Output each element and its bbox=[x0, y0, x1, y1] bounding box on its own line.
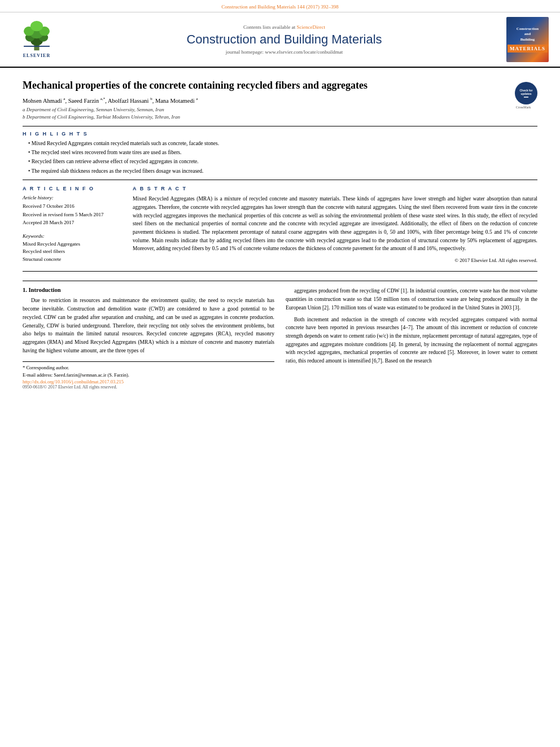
doi-link[interactable]: http://dx.doi.org/10.1016/j.conbuildmat.… bbox=[23, 379, 274, 385]
divider-3 bbox=[23, 271, 537, 272]
affiliations: a Department of Civil Engineering, Semna… bbox=[23, 106, 537, 121]
accepted-date: Accepted 28 March 2017 bbox=[23, 219, 121, 226]
abstract-section: A B S T R A C T Mixed Recycled Aggregate… bbox=[133, 186, 537, 263]
keyword-3: Structural concrete bbox=[23, 256, 121, 264]
list-item: The required slab thickness reduces as t… bbox=[28, 168, 537, 175]
keywords-section: Keywords: Mixed Recycled Aggregates Recy… bbox=[23, 233, 121, 264]
elsevier-tree-icon bbox=[17, 21, 56, 52]
crossmark-icon: Check for updates bbox=[515, 82, 537, 104]
article-title-block: Mechanical properties of the concrete co… bbox=[23, 79, 537, 92]
keyword-2: Recycled steel fibers bbox=[23, 248, 121, 256]
svg-text:updates: updates bbox=[520, 92, 531, 95]
journal-reference: Construction and Building Materials 144 … bbox=[221, 4, 338, 10]
abstract-text: Mixed Recycled Aggregates (MRA) is a mix… bbox=[133, 195, 537, 253]
list-item: The recycled steel wires recovered from … bbox=[28, 149, 537, 156]
elsevier-wordmark: ELSEVIER bbox=[23, 53, 50, 58]
intro-para-1: Due to restriction in resources and main… bbox=[23, 296, 274, 355]
svg-point-7 bbox=[30, 21, 43, 31]
keywords-title: Keywords: bbox=[23, 233, 121, 239]
journal-homepage: journal homepage: www.elsevier.com/locat… bbox=[68, 49, 501, 55]
intro-para-right-2: Both increment and reduction in the stre… bbox=[286, 316, 537, 365]
introduction-section: 1. Introduction Due to restriction in re… bbox=[23, 281, 537, 390]
license-text: 0950-0618/© 2017 Elsevier Ltd. All right… bbox=[23, 385, 274, 390]
footnote-section: * Corresponding author. E-mail address: … bbox=[23, 361, 274, 390]
journal-center: Contents lists available at ScienceDirec… bbox=[68, 24, 501, 55]
elsevier-logo: ELSEVIER bbox=[11, 21, 62, 58]
article-history-title: Article history: bbox=[23, 195, 121, 200]
highlights-list: Mixed Recycled Aggregates contain recycl… bbox=[23, 140, 537, 175]
section-heading: 1. Introduction bbox=[23, 287, 274, 293]
article-body: A R T I C L E I N F O Article history: R… bbox=[23, 186, 537, 263]
intro-body-left: Due to restriction in resources and main… bbox=[23, 296, 274, 355]
highlights-title: H I G H L I G H T S bbox=[23, 131, 537, 137]
sciencedirect-link[interactable]: ScienceDirect bbox=[297, 24, 325, 30]
revised-date: Received in revised form 5 March 2017 bbox=[23, 211, 121, 219]
article-title: Mechanical properties of the concrete co… bbox=[23, 79, 537, 92]
footnote-email: E-mail address: Saeed.farzin@semnan.ac.i… bbox=[23, 372, 274, 379]
cover-title-line1: Construction and Building bbox=[517, 27, 539, 42]
svg-rect-8 bbox=[24, 46, 50, 47]
two-column-layout: 1. Introduction Due to restriction in re… bbox=[23, 287, 537, 390]
journal-title: Construction and Building Materials bbox=[68, 32, 501, 47]
article-info: A R T I C L E I N F O Article history: R… bbox=[23, 186, 121, 263]
affiliation-b: b Department of Civil Engineering, Tarbi… bbox=[23, 113, 537, 121]
authors-line: Mohsen Ahmadi a, Saeed Farzin a,*, Abolf… bbox=[23, 97, 537, 104]
journal-reference-bar: Construction and Building Materials 144 … bbox=[0, 0, 560, 12]
left-column: 1. Introduction Due to restriction in re… bbox=[23, 287, 274, 390]
abstract-title: A B S T R A C T bbox=[133, 186, 537, 191]
intro-body-right: aggregates produced from the recycling o… bbox=[286, 287, 537, 365]
divider-1 bbox=[23, 126, 537, 126]
section-number: 1. bbox=[23, 287, 27, 293]
keyword-1: Mixed Recycled Aggregates bbox=[23, 241, 121, 248]
affiliation-a: a Department of Civil Engineering, Semna… bbox=[23, 106, 537, 114]
received-date: Received 7 October 2016 bbox=[23, 203, 121, 210]
list-item: Recycled fibers can retrieve adverse eff… bbox=[28, 158, 537, 165]
journal-cover-image: Construction and Building MATERIALS bbox=[506, 17, 549, 62]
divider-2 bbox=[23, 180, 537, 180]
right-column: aggregates produced from the recycling o… bbox=[286, 287, 537, 390]
sciencedirect-line: Contents lists available at ScienceDirec… bbox=[68, 24, 501, 30]
section-title: Introduction bbox=[29, 287, 61, 293]
journal-header: ELSEVIER Contents lists available at Sci… bbox=[0, 12, 560, 68]
intro-para-right-1: aggregates produced from the recycling o… bbox=[286, 287, 537, 312]
article-info-title: A R T I C L E I N F O bbox=[23, 186, 121, 191]
copyright-notice: © 2017 Elsevier Ltd. All rights reserved… bbox=[133, 257, 537, 263]
footnote-corresponding: * Corresponding author. bbox=[23, 364, 274, 372]
crossmark-label: CrossMark bbox=[509, 106, 537, 109]
main-content: Mechanical properties of the concrete co… bbox=[0, 68, 560, 401]
highlights-section: H I G H L I G H T S Mixed Recycled Aggre… bbox=[23, 131, 537, 175]
list-item: Mixed Recycled Aggregates contain recycl… bbox=[28, 140, 537, 147]
cover-materials-label: MATERIALS bbox=[508, 45, 548, 53]
